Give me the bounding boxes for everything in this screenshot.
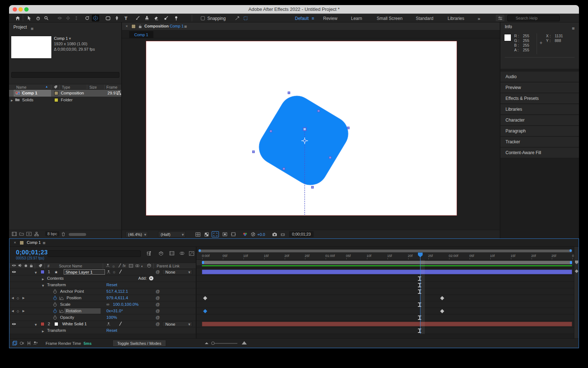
layer-name[interactable]: White Solid 1	[62, 322, 87, 326]
comp-canvas[interactable]	[146, 41, 457, 216]
mask-toggle-icon[interactable]	[221, 231, 228, 237]
keyframe-selected[interactable]	[203, 309, 207, 313]
parent-link-column[interactable]: Parent & Link	[157, 264, 179, 268]
clone-stamp-tool[interactable]	[143, 15, 151, 21]
sidebar-item-effects-presets[interactable]: Effects & Presets	[500, 93, 579, 104]
stopwatch-icon[interactable]	[53, 289, 57, 294]
layer-color-swatch[interactable]	[41, 270, 45, 274]
selection-handle[interactable]	[252, 151, 255, 153]
graph-overlay-icon[interactable]	[59, 309, 64, 313]
motion-blur-icon[interactable]	[169, 251, 174, 255]
property-row-opacity[interactable]: Opacity 100% @	[9, 314, 196, 321]
add-keyframe-icon[interactable]: ◇	[17, 296, 19, 300]
track-position[interactable]	[196, 295, 574, 301]
in-out-panes-icon[interactable]	[27, 341, 31, 346]
track-scale[interactable]	[196, 301, 574, 308]
resolution-dropdown[interactable]: (Half)▾	[158, 231, 186, 237]
property-row-scale[interactable]: Scale ∞ 100.0,100.0% @	[9, 301, 196, 308]
keyframe[interactable]	[440, 309, 444, 313]
disclosure-icon[interactable]: ▾	[35, 322, 37, 327]
draft-3d-icon[interactable]	[158, 251, 164, 256]
label-color-swatch[interactable]	[54, 98, 58, 102]
expand-layer-switches-icon[interactable]	[12, 341, 17, 346]
property-label-selected[interactable]: Rotation	[64, 308, 101, 314]
pick-whip-icon[interactable]: @	[156, 315, 160, 320]
workspace-small-screen[interactable]: Small Screen	[377, 16, 402, 21]
column-type[interactable]: Type	[62, 85, 70, 89]
snapping-checkbox[interactable]	[201, 16, 205, 20]
property-value[interactable]: 0x+31.0°	[106, 309, 123, 313]
close-panel-icon[interactable]: ×	[14, 240, 16, 245]
render-time-icon[interactable]	[33, 341, 38, 345]
pixel-aspect-icon[interactable]	[230, 231, 237, 237]
track-shape-layer-1[interactable]	[196, 269, 574, 275]
add-keyframe-icon[interactable]: ◇	[17, 309, 19, 313]
new-composition-icon[interactable]	[26, 232, 31, 236]
stopwatch-icon-active[interactable]	[53, 296, 57, 300]
region-of-interest-icon[interactable]	[212, 231, 219, 237]
parent-dropdown[interactable]: None▾	[162, 269, 193, 275]
snap-grid-icon[interactable]	[242, 15, 249, 21]
workspace-settings-button[interactable]	[496, 15, 504, 21]
property-label[interactable]: Position	[67, 296, 81, 300]
selection-handle[interactable]	[288, 92, 290, 94]
layer-name[interactable]: Shape Layer 1	[64, 269, 105, 275]
trash-icon[interactable]	[62, 232, 65, 236]
orbit-camera-tool[interactable]	[56, 15, 63, 21]
home-tool[interactable]	[14, 15, 21, 21]
keyframe[interactable]	[203, 296, 207, 300]
navigator-start-handle[interactable]	[199, 249, 201, 252]
prev-keyframe-icon[interactable]: ◀	[12, 296, 14, 300]
position-keyframe-marker[interactable]	[303, 127, 306, 131]
layer-duration-bar[interactable]	[202, 270, 572, 274]
transfer-controls-icon[interactable]	[20, 341, 24, 346]
property-row-rotation[interactable]: ◀ ◇ ▶ Rotation 0x+31.0° @	[9, 308, 196, 314]
link-dimensions-icon[interactable]: ∞	[106, 302, 109, 306]
snap-angle-icon[interactable]	[233, 15, 241, 21]
lock-icon[interactable]	[139, 24, 142, 29]
dolly-camera-tool[interactable]	[73, 15, 80, 21]
sidebar-item-libraries[interactable]: Libraries	[500, 104, 579, 115]
selection-handle[interactable]	[283, 168, 285, 170]
workspace-overflow-chevron[interactable]: »	[478, 16, 480, 21]
property-value[interactable]: 517.4,112.1	[106, 289, 128, 293]
magnification-dropdown[interactable]: (46.4%)▾	[126, 231, 148, 237]
brush-tool[interactable]	[134, 15, 141, 21]
roto-brush-tool[interactable]	[162, 15, 170, 21]
work-area-start-handle[interactable]	[202, 261, 204, 264]
panel-menu-icon[interactable]: ≡	[43, 240, 46, 246]
property-group-contents[interactable]: ▸ Contents Add: ▸	[9, 275, 196, 282]
pick-whip-icon[interactable]: @	[156, 322, 160, 326]
playhead-line[interactable]	[420, 253, 420, 334]
snapshot-camera-icon[interactable]	[271, 231, 278, 237]
column-name[interactable]: Name	[16, 85, 26, 89]
transparency-grid-icon[interactable]	[203, 231, 210, 237]
add-menu-icon[interactable]: ▸	[149, 276, 153, 280]
sidebar-item-content-aware-fill[interactable]: Content-Aware Fill	[500, 148, 579, 158]
parent-dropdown[interactable]: None▾	[162, 321, 193, 327]
workspace-review[interactable]: Review	[323, 16, 337, 21]
column-size[interactable]: Size	[89, 85, 97, 89]
time-navigator[interactable]	[198, 249, 572, 253]
work-area-end-handle[interactable]	[570, 261, 572, 264]
rotation-tool[interactable]	[84, 15, 91, 21]
timeline-tab[interactable]: Comp 1	[27, 240, 41, 245]
pick-whip-icon[interactable]: @	[156, 289, 160, 293]
track-opacity[interactable]	[196, 314, 574, 321]
eraser-tool[interactable]	[153, 15, 160, 21]
panel-menu-icon[interactable]: ≡	[31, 24, 34, 34]
disclosure-icon[interactable]: ▾	[42, 283, 44, 288]
close-panel-icon[interactable]: ×	[126, 24, 128, 28]
pick-whip-icon[interactable]: @	[156, 302, 160, 306]
track-transform[interactable]	[196, 282, 574, 288]
type-tool[interactable]: T	[122, 15, 130, 21]
grid-guides-icon[interactable]	[194, 231, 202, 237]
disclosure-icon[interactable]: ▸	[11, 98, 13, 103]
comp-timecode[interactable]: 0;00;01;23	[289, 231, 314, 237]
collapse-toggle-icon[interactable]: ☼	[112, 270, 116, 274]
frame-blending-icon[interactable]	[179, 251, 185, 255]
current-timecode[interactable]: 0;00;01;23	[16, 249, 48, 256]
track-white-solid-1[interactable]	[196, 321, 574, 327]
shy-toggle-icon[interactable]	[106, 322, 111, 326]
selection-tool[interactable]	[26, 15, 33, 21]
